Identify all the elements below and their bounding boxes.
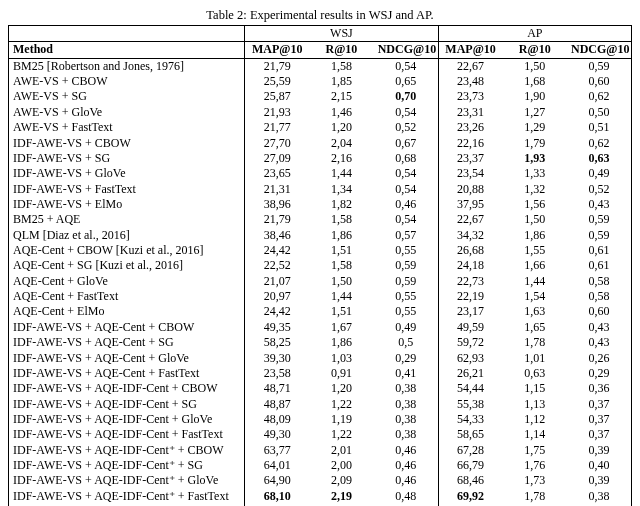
table-cell: 2,04 — [309, 136, 373, 151]
table-cell: 21,93 — [245, 105, 309, 120]
table-cell: 22,19 — [438, 289, 502, 304]
table-row: IDF-AWE-VS + GloVe23,651,440,5423,541,33… — [9, 166, 632, 181]
table-cell: 0,51 — [567, 120, 632, 135]
table-cell: 23,37 — [438, 151, 502, 166]
method-cell: AQE-Cent + FastText — [9, 289, 245, 304]
table-cell: 1,78 — [503, 335, 567, 350]
table-cell: 1,86 — [503, 228, 567, 243]
table-cell: 21,07 — [245, 274, 309, 289]
table-cell: 1,68 — [503, 74, 567, 89]
table-cell: 0,63 — [567, 151, 632, 166]
method-cell: IDF-AWE-VS + AQE-Cent + FastText — [9, 366, 245, 381]
table-cell: 24,42 — [245, 304, 309, 319]
table-cell: 1,15 — [503, 381, 567, 396]
table-cell: 1,51 — [309, 304, 373, 319]
table-cell: 25,59 — [245, 74, 309, 89]
table-cell: 23,48 — [438, 74, 502, 89]
table-row: IDF-AWE-VS + FastText21,311,340,5420,881… — [9, 182, 632, 197]
table-cell: 1,27 — [503, 105, 567, 120]
method-cell: AQE-Cent + ElMo — [9, 304, 245, 319]
method-cell: BM25 + AQE — [9, 212, 245, 227]
table-row: IDF-AWE-VS + AQE-IDF-Cent⁺ + SG64,012,00… — [9, 458, 632, 473]
table-cell: 0,54 — [374, 166, 438, 181]
table-cell: 0,49 — [567, 166, 632, 181]
table-cell: 1,93 — [503, 151, 567, 166]
table-cell: 1,33 — [503, 166, 567, 181]
table-row: AQE-Cent + ElMo24,421,510,5523,171,630,6… — [9, 304, 632, 319]
table-cell: 49,35 — [245, 320, 309, 335]
table-cell: 0,54 — [374, 212, 438, 227]
table-cell: 0,38 — [374, 412, 438, 427]
table-cell: 0,46 — [374, 197, 438, 212]
table-row: IDF-AWE-VS + AQE-IDF-Cent + FastText49,3… — [9, 427, 632, 442]
table-cell: 0,59 — [567, 212, 632, 227]
method-cell: AWE-VS + CBOW — [9, 74, 245, 89]
method-cell: IDF-AWE-VS + AQE-IDF-Cent + SG — [9, 397, 245, 412]
method-cell: IDF-AWE-VS + AQE-Cent + SG — [9, 335, 245, 350]
table-cell: 21,79 — [245, 58, 309, 74]
table-cell: 0,37 — [567, 427, 632, 442]
table-cell: 0,55 — [374, 304, 438, 319]
table-cell: 1,46 — [309, 105, 373, 120]
table-cell: 1,44 — [309, 166, 373, 181]
method-cell: IDF-AWE-VS + AQE-IDF-Cent⁺ + CBOW — [9, 443, 245, 458]
table-cell: 1,12 — [503, 412, 567, 427]
table-cell: 0,46 — [374, 458, 438, 473]
col-wsj-map: MAP@10 — [245, 42, 309, 58]
table-cell: 26,68 — [438, 243, 502, 258]
table-cell: 48,09 — [245, 412, 309, 427]
table-cell: 55,38 — [438, 397, 502, 412]
table-cell: 1,22 — [309, 427, 373, 442]
table-cell: 58,65 — [438, 427, 502, 442]
table-cell: 0,54 — [374, 58, 438, 74]
table-row: IDF-AWE-VS + AQE-IDF-Cent⁺ + FastText68,… — [9, 489, 632, 504]
table-row: IDF-AWE-VS + AQE-IDF-Cent⁺ + GloVe64,902… — [9, 473, 632, 488]
table-cell: 0,60 — [567, 74, 632, 89]
table-cell: 39,30 — [245, 351, 309, 366]
method-cell: IDF-AWE-VS + AQE-Cent + GloVe — [9, 351, 245, 366]
table-cell: 67,28 — [438, 443, 502, 458]
table-row: IDF-AWE-VS + AQE-Cent + SG58,251,860,559… — [9, 335, 632, 350]
table-cell: 23,65 — [245, 166, 309, 181]
method-cell: IDF-AWE-VS + AQE-IDF-Cent⁺ + FastText — [9, 489, 245, 504]
table-cell: 0,62 — [567, 136, 632, 151]
table-cell: 22,67 — [438, 212, 502, 227]
method-cell: IDF-AWE-VS + AQE-IDF-Cent⁺ + GloVe — [9, 473, 245, 488]
table-row: AWE-VS + FastText21,771,200,5223,261,290… — [9, 120, 632, 135]
group-ap: AP — [438, 26, 631, 42]
table-cell: 2,01 — [309, 443, 373, 458]
col-method: Method — [9, 42, 245, 58]
method-cell: IDF-AWE-VS + AQE-IDF-Cent + FastText — [9, 427, 245, 442]
table-cell: 1,63 — [503, 304, 567, 319]
table-row: QLM [Diaz et al., 2016]38,461,860,5734,3… — [9, 228, 632, 243]
method-cell: AWE-VS + FastText — [9, 120, 245, 135]
table-cell: 1,20 — [309, 120, 373, 135]
table-cell: 0,50 — [567, 105, 632, 120]
table-row: AQE-Cent + FastText20,971,440,5522,191,5… — [9, 289, 632, 304]
table-cell: 23,17 — [438, 304, 502, 319]
table-cell: 0,46 — [374, 443, 438, 458]
table-cell: 1,54 — [503, 289, 567, 304]
table-cell: 0,39 — [567, 473, 632, 488]
table-cell: 1,85 — [309, 74, 373, 89]
method-cell: AQE-Cent + SG [Kuzi et al., 2016] — [9, 258, 245, 273]
table-cell: 0,40 — [567, 458, 632, 473]
col-wsj-r: R@10 — [309, 42, 373, 58]
table-cell: 0,59 — [567, 58, 632, 74]
table-cell: 21,77 — [245, 120, 309, 135]
table-row: AWE-VS + SG25,872,150,7023,731,900,62 — [9, 89, 632, 104]
table-cell: 23,31 — [438, 105, 502, 120]
table-cell: 63,77 — [245, 443, 309, 458]
table-cell: 0,38 — [374, 427, 438, 442]
table-cell: 21,79 — [245, 212, 309, 227]
table-cell: 1,44 — [309, 289, 373, 304]
table-cell: 0,59 — [567, 228, 632, 243]
table-cell: 0,55 — [374, 243, 438, 258]
table-cell: 22,73 — [438, 274, 502, 289]
table-cell: 62,93 — [438, 351, 502, 366]
table-row: IDF-AWE-VS + AQE-IDF-Cent⁺ + CBOW63,772,… — [9, 443, 632, 458]
table-cell: 68,10 — [245, 489, 309, 504]
method-cell: AQE-Cent + CBOW [Kuzi et al., 2016] — [9, 243, 245, 258]
table-cell: 2,16 — [309, 151, 373, 166]
table-cell: 1,78 — [503, 489, 567, 504]
